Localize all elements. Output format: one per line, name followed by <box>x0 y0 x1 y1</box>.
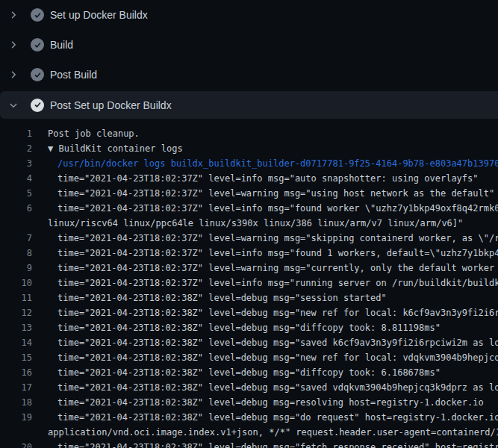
step-label: Build <box>50 39 73 51</box>
log-line-text: time="2021-04-23T18:02:38Z" level=debug … <box>32 335 498 350</box>
log-line-number[interactable]: 15 <box>0 350 32 365</box>
log-line-number[interactable]: 13 <box>0 320 32 335</box>
log-line: 18 time="2021-04-23T18:02:38Z" level=deb… <box>0 395 498 410</box>
log-line-number[interactable]: 9 <box>0 261 32 276</box>
log-line-text: application/vnd.oci.image.index.v1+json,… <box>32 425 498 440</box>
log-line-number[interactable]: 16 <box>0 365 32 380</box>
step-post-build[interactable]: Post Build <box>0 60 498 90</box>
log-line-number[interactable]: 18 <box>0 395 32 410</box>
log-line: 3 /usr/bin/docker logs buildx_buildkit_b… <box>0 156 498 171</box>
log-line-number[interactable]: 11 <box>0 290 32 305</box>
chevron-right-icon[interactable] <box>9 70 18 79</box>
log-line-text: linux/riscv64 linux/ppc64le linux/s390x … <box>32 216 463 231</box>
log-output: 1 Post job cleanup. 2 ▼ BuildKit contain… <box>0 119 498 448</box>
log-line-text: time="2021-04-23T18:02:38Z" level=debug … <box>32 350 498 365</box>
log-line: 7 time="2021-04-23T18:02:37Z" level=warn… <box>0 231 498 246</box>
log-line-number[interactable]: 3 <box>0 156 32 171</box>
check-circle-icon <box>31 99 44 112</box>
log-line: 20 time="2021-04-23T18:02:38Z" level=deb… <box>0 440 498 448</box>
log-line-text: time="2021-04-23T18:02:38Z" level=debug … <box>32 395 484 410</box>
log-line-text: time="2021-04-23T18:02:37Z" level=info m… <box>32 201 498 216</box>
step-post-setup-docker-buildx[interactable]: Post Set up Docker Buildx <box>0 91 498 119</box>
log-line-continuation: linux/riscv64 linux/ppc64le linux/s390x … <box>0 216 498 231</box>
log-line-text: time="2021-04-23T18:02:38Z" level=debug … <box>32 365 441 380</box>
step-build[interactable]: Build <box>0 30 498 60</box>
log-line: 4 time="2021-04-23T18:02:37Z" level=info… <box>0 171 498 186</box>
log-line-text: time="2021-04-23T18:02:37Z" level=warnin… <box>32 186 494 201</box>
log-line-number[interactable]: 6 <box>0 201 32 216</box>
log-line-number[interactable]: 20 <box>0 440 32 448</box>
log-line-text: time="2021-04-23T18:02:38Z" level=debug … <box>32 380 498 395</box>
log-line-text: time="2021-04-23T18:02:38Z" level=debug … <box>32 440 498 448</box>
log-line: 17 time="2021-04-23T18:02:38Z" level=deb… <box>0 380 498 395</box>
log-line-text: time="2021-04-23T18:02:38Z" level=debug … <box>32 320 441 335</box>
log-line-number <box>0 216 32 231</box>
log-line: 1 Post job cleanup. <box>0 126 498 141</box>
log-line: 10 time="2021-04-23T18:02:37Z" level=inf… <box>0 276 498 290</box>
log-line-number[interactable]: 1 <box>0 126 32 141</box>
log-line: 2 ▼ BuildKit container logs <box>0 141 498 156</box>
log-line-text: time="2021-04-23T18:02:38Z" level=debug … <box>32 290 387 305</box>
log-line: 14 time="2021-04-23T18:02:38Z" level=deb… <box>0 335 498 350</box>
log-line: 8 time="2021-04-23T18:02:37Z" level=info… <box>0 246 498 261</box>
log-line: 6 time="2021-04-23T18:02:37Z" level=info… <box>0 201 498 216</box>
log-line-number[interactable]: 17 <box>0 380 32 395</box>
log-line: 13 time="2021-04-23T18:02:38Z" level=deb… <box>0 320 498 335</box>
chevron-right-icon[interactable] <box>9 40 18 49</box>
log-line-number[interactable]: 4 <box>0 171 32 186</box>
step-label: Post Build <box>50 69 97 81</box>
log-line-number[interactable]: 7 <box>0 231 32 246</box>
log-group-toggle[interactable]: ▼ BuildKit container logs <box>32 141 183 156</box>
log-line-number[interactable]: 10 <box>0 276 32 290</box>
log-line: 11 time="2021-04-23T18:02:38Z" level=deb… <box>0 290 498 305</box>
log-line-continuation: application/vnd.oci.image.index.v1+json,… <box>0 425 498 440</box>
step-setup-docker-buildx[interactable]: Set up Docker Buildx <box>0 0 498 30</box>
log-line-text: time="2021-04-23T18:02:38Z" level=debug … <box>32 305 498 320</box>
log-line-text: Post job cleanup. <box>32 126 140 141</box>
log-line: 19 time="2021-04-23T18:02:38Z" level=deb… <box>0 410 498 425</box>
log-line-text: time="2021-04-23T18:02:37Z" level=info m… <box>32 246 498 261</box>
log-line-text: time="2021-04-23T18:02:37Z" level=info m… <box>32 276 498 290</box>
check-circle-icon <box>31 38 44 52</box>
chevron-down-icon[interactable] <box>9 101 18 110</box>
log-line-number[interactable]: 8 <box>0 246 32 261</box>
chevron-right-icon[interactable] <box>9 10 18 19</box>
step-label: Set up Docker Buildx <box>50 9 148 21</box>
log-line-number[interactable]: 19 <box>0 410 32 425</box>
log-line: 12 time="2021-04-23T18:02:38Z" level=deb… <box>0 305 498 320</box>
log-line: 5 time="2021-04-23T18:02:37Z" level=warn… <box>0 186 498 201</box>
log-line-number[interactable]: 12 <box>0 305 32 320</box>
log-line-text: time="2021-04-23T18:02:38Z" level=debug … <box>32 410 498 425</box>
log-line-number[interactable]: 2 <box>0 141 32 156</box>
log-line: 15 time="2021-04-23T18:02:38Z" level=deb… <box>0 350 498 365</box>
step-label: Post Set up Docker Buildx <box>50 99 172 111</box>
log-line-number[interactable]: 14 <box>0 335 32 350</box>
log-command-text: /usr/bin/docker logs buildx_buildkit_bui… <box>32 156 498 171</box>
log-line-text: time="2021-04-23T18:02:37Z" level=warnin… <box>32 231 498 246</box>
log-line-text: time="2021-04-23T18:02:37Z" level=info m… <box>32 171 479 186</box>
check-circle-icon <box>31 68 44 81</box>
log-line-text: time="2021-04-23T18:02:37Z" level=warnin… <box>32 261 498 276</box>
log-line-number[interactable]: 5 <box>0 186 32 201</box>
workflow-steps-list: Set up Docker Buildx Build Post Build Po… <box>0 0 498 119</box>
log-line-number <box>0 425 32 440</box>
log-line: 16 time="2021-04-23T18:02:38Z" level=deb… <box>0 365 498 380</box>
check-circle-icon <box>31 8 44 22</box>
log-line: 9 time="2021-04-23T18:02:37Z" level=warn… <box>0 261 498 276</box>
